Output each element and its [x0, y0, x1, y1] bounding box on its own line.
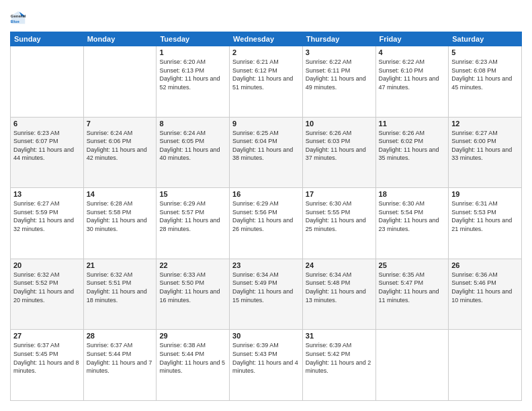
day-number: 18: [379, 190, 446, 198]
day-number: 20: [13, 261, 81, 269]
day-number: 21: [87, 261, 154, 269]
col-friday: Friday: [375, 32, 449, 46]
svg-text:General: General: [11, 14, 26, 18]
day-number: 11: [379, 120, 446, 128]
day-info: Sunrise: 6:34 AMSunset: 5:48 PMDaylight:…: [306, 271, 373, 304]
day-info: Sunrise: 6:24 AMSunset: 6:05 PMDaylight:…: [159, 129, 226, 163]
day-info: Sunrise: 6:35 AMSunset: 5:47 PMDaylight:…: [379, 271, 446, 304]
day-number: 9: [232, 120, 300, 128]
calendar-cell: 14Sunrise: 6:28 AMSunset: 5:58 PMDayligh…: [83, 188, 157, 259]
day-info: Sunrise: 6:32 AMSunset: 5:51 PMDaylight:…: [87, 271, 154, 304]
day-info: Sunrise: 6:37 AMSunset: 5:45 PMDaylight:…: [13, 341, 81, 375]
calendar-cell: 12Sunrise: 6:27 AMSunset: 6:00 PMDayligh…: [449, 117, 522, 188]
calendar-cell: 11Sunrise: 6:26 AMSunset: 6:02 PMDayligh…: [375, 117, 449, 188]
day-info: Sunrise: 6:27 AMSunset: 5:59 PMDaylight:…: [13, 199, 81, 233]
calendar-cell: 9Sunrise: 6:25 AMSunset: 6:04 PMDaylight…: [230, 117, 303, 188]
day-number: 31: [306, 332, 373, 340]
day-info: Sunrise: 6:25 AMSunset: 6:04 PMDaylight:…: [232, 129, 300, 163]
day-info: Sunrise: 6:32 AMSunset: 5:52 PMDaylight:…: [13, 271, 81, 304]
day-info: Sunrise: 6:33 AMSunset: 5:50 PMDaylight:…: [159, 271, 226, 304]
calendar-cell: 15Sunrise: 6:29 AMSunset: 5:57 PMDayligh…: [157, 188, 230, 259]
logo: General Blue: [10, 10, 28, 26]
day-number: 23: [232, 261, 300, 269]
calendar-cell: [375, 330, 449, 401]
week-row-2: 6Sunrise: 6:23 AMSunset: 6:07 PMDaylight…: [11, 117, 522, 188]
day-number: 1: [159, 48, 226, 56]
calendar-cell: 10Sunrise: 6:26 AMSunset: 6:03 PMDayligh…: [302, 117, 375, 188]
day-number: 16: [232, 190, 300, 198]
day-info: Sunrise: 6:20 AMSunset: 6:13 PMDaylight:…: [159, 58, 226, 91]
day-number: 24: [306, 261, 373, 269]
calendar-cell: 17Sunrise: 6:30 AMSunset: 5:55 PMDayligh…: [302, 188, 375, 259]
calendar-cell: 6Sunrise: 6:23 AMSunset: 6:07 PMDaylight…: [11, 117, 84, 188]
calendar-cell: 30Sunrise: 6:39 AMSunset: 5:43 PMDayligh…: [230, 330, 303, 401]
calendar-cell: 7Sunrise: 6:24 AMSunset: 6:06 PMDaylight…: [83, 117, 157, 188]
day-number: 10: [306, 120, 373, 128]
page: General Blue Sunday Monday Tuesday Wedne…: [0, 0, 532, 411]
day-info: Sunrise: 6:22 AMSunset: 6:10 PMDaylight:…: [379, 58, 446, 91]
day-info: Sunrise: 6:23 AMSunset: 6:08 PMDaylight:…: [451, 58, 519, 91]
day-number: 29: [159, 332, 226, 340]
calendar-cell: 3Sunrise: 6:22 AMSunset: 6:11 PMDaylight…: [302, 46, 375, 118]
header-row: Sunday Monday Tuesday Wednesday Thursday…: [11, 32, 522, 46]
day-info: Sunrise: 6:39 AMSunset: 5:42 PMDaylight:…: [306, 341, 373, 375]
day-info: Sunrise: 6:27 AMSunset: 6:00 PMDaylight:…: [451, 129, 519, 163]
calendar-cell: 22Sunrise: 6:33 AMSunset: 5:50 PMDayligh…: [157, 259, 230, 330]
day-number: 15: [159, 190, 226, 198]
day-info: Sunrise: 6:30 AMSunset: 5:55 PMDaylight:…: [306, 199, 373, 233]
day-info: Sunrise: 6:26 AMSunset: 6:03 PMDaylight:…: [306, 129, 373, 163]
day-number: 30: [232, 332, 300, 340]
day-number: 22: [159, 261, 226, 269]
day-number: 28: [87, 332, 154, 340]
day-number: 14: [87, 190, 154, 198]
calendar-cell: 26Sunrise: 6:36 AMSunset: 5:46 PMDayligh…: [449, 259, 522, 330]
day-info: Sunrise: 6:28 AMSunset: 5:58 PMDaylight:…: [87, 199, 154, 233]
col-sunday: Sunday: [11, 32, 84, 46]
calendar-cell: [11, 46, 84, 118]
week-row-1: 1Sunrise: 6:20 AMSunset: 6:13 PMDaylight…: [11, 46, 522, 118]
calendar-cell: 23Sunrise: 6:34 AMSunset: 5:49 PMDayligh…: [230, 259, 303, 330]
day-number: 2: [232, 48, 300, 56]
calendar-cell: [83, 46, 157, 118]
week-row-4: 20Sunrise: 6:32 AMSunset: 5:52 PMDayligh…: [11, 259, 522, 330]
week-row-3: 13Sunrise: 6:27 AMSunset: 5:59 PMDayligh…: [11, 188, 522, 259]
calendar-cell: 16Sunrise: 6:29 AMSunset: 5:56 PMDayligh…: [230, 188, 303, 259]
col-saturday: Saturday: [449, 32, 522, 46]
calendar-cell: 1Sunrise: 6:20 AMSunset: 6:13 PMDaylight…: [157, 46, 230, 118]
calendar-cell: 24Sunrise: 6:34 AMSunset: 5:48 PMDayligh…: [302, 259, 375, 330]
day-info: Sunrise: 6:29 AMSunset: 5:57 PMDaylight:…: [159, 199, 226, 233]
day-info: Sunrise: 6:24 AMSunset: 6:06 PMDaylight:…: [87, 129, 154, 163]
day-info: Sunrise: 6:37 AMSunset: 5:44 PMDaylight:…: [87, 341, 154, 375]
day-info: Sunrise: 6:38 AMSunset: 5:44 PMDaylight:…: [159, 341, 226, 375]
day-info: Sunrise: 6:36 AMSunset: 5:46 PMDaylight:…: [451, 271, 519, 304]
col-wednesday: Wednesday: [230, 32, 303, 46]
svg-text:Blue: Blue: [11, 19, 20, 24]
day-info: Sunrise: 6:31 AMSunset: 5:53 PMDaylight:…: [451, 199, 519, 233]
calendar-cell: 31Sunrise: 6:39 AMSunset: 5:42 PMDayligh…: [302, 330, 375, 401]
calendar-cell: 8Sunrise: 6:24 AMSunset: 6:05 PMDaylight…: [157, 117, 230, 188]
day-info: Sunrise: 6:23 AMSunset: 6:07 PMDaylight:…: [13, 129, 81, 163]
day-number: 25: [379, 261, 446, 269]
calendar-cell: 25Sunrise: 6:35 AMSunset: 5:47 PMDayligh…: [375, 259, 449, 330]
col-monday: Monday: [83, 32, 157, 46]
day-number: 7: [87, 120, 154, 128]
day-info: Sunrise: 6:39 AMSunset: 5:43 PMDaylight:…: [232, 341, 300, 375]
day-number: 19: [451, 190, 519, 198]
calendar-cell: 4Sunrise: 6:22 AMSunset: 6:10 PMDaylight…: [375, 46, 449, 118]
day-info: Sunrise: 6:29 AMSunset: 5:56 PMDaylight:…: [232, 199, 300, 233]
day-info: Sunrise: 6:26 AMSunset: 6:02 PMDaylight:…: [379, 129, 446, 163]
day-number: 17: [306, 190, 373, 198]
calendar-cell: 20Sunrise: 6:32 AMSunset: 5:52 PMDayligh…: [11, 259, 84, 330]
calendar-cell: 29Sunrise: 6:38 AMSunset: 5:44 PMDayligh…: [157, 330, 230, 401]
day-info: Sunrise: 6:22 AMSunset: 6:11 PMDaylight:…: [306, 58, 373, 91]
calendar-cell: 13Sunrise: 6:27 AMSunset: 5:59 PMDayligh…: [11, 188, 84, 259]
day-info: Sunrise: 6:30 AMSunset: 5:54 PMDaylight:…: [379, 199, 446, 233]
day-number: 26: [451, 261, 519, 269]
calendar-table: Sunday Monday Tuesday Wednesday Thursday…: [10, 32, 522, 401]
day-number: 5: [451, 48, 519, 56]
day-number: 12: [451, 120, 519, 128]
header: General Blue: [10, 10, 522, 26]
logo-icon: General Blue: [10, 10, 26, 26]
day-number: 13: [13, 190, 81, 198]
col-tuesday: Tuesday: [157, 32, 230, 46]
